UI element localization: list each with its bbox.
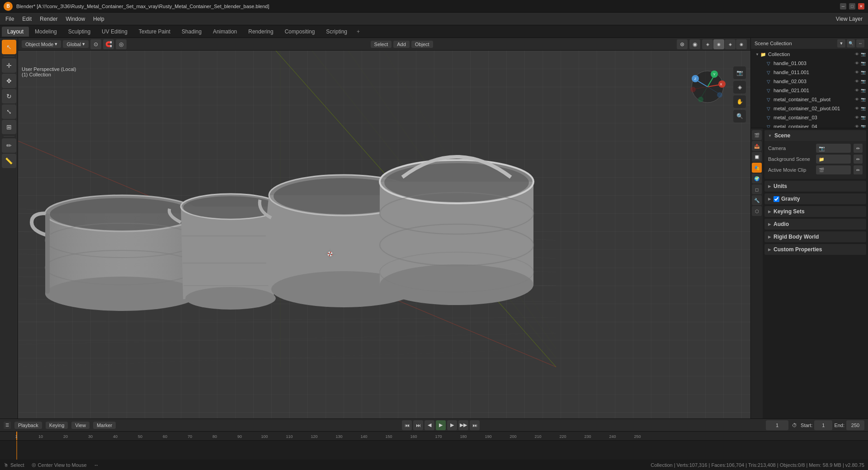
end-frame[interactable]: 250 — [846, 420, 864, 430]
timeline-keying-btn[interactable]: Keying — [46, 422, 68, 429]
collection-render-vis[interactable]: 📷 — [860, 51, 866, 57]
props-tab-world[interactable]: 🌍 — [752, 174, 762, 183]
tab-modeling[interactable]: Modeling — [29, 27, 62, 37]
menu-edit[interactable]: Edit — [19, 14, 35, 24]
tool-move[interactable]: ✥ — [2, 74, 16, 88]
play-jump-start[interactable]: ⏮ — [402, 420, 412, 430]
minimize-button[interactable]: ─ — [840, 3, 846, 9]
mc01-vis[interactable]: 👁 — [854, 96, 860, 103]
tool-annotate[interactable]: ✏ — [2, 138, 16, 153]
outliner-handle-02-003[interactable]: ▽ handle_02.003 👁 📷 — [751, 77, 868, 86]
props-tab-object[interactable]: ◻ — [752, 184, 762, 194]
section-units-header[interactable]: ▶ Units — [764, 181, 866, 192]
tab-compositing[interactable]: Compositing — [279, 27, 321, 37]
section-scene-header[interactable]: ▼ Scene — [764, 130, 866, 141]
menu-file[interactable]: File — [2, 14, 18, 24]
mc03-render[interactable]: 📷 — [860, 114, 866, 121]
outliner-handle-01-003[interactable]: ▽ handle_01.003 👁 📷 — [751, 59, 868, 68]
bg-scene-browse[interactable]: ✏ — [854, 155, 863, 164]
outliner-metal-container-04[interactable]: ▽ metal_container_04 👁 📷 — [751, 122, 868, 128]
viewport-snap-btn[interactable]: 🧲 — [103, 39, 114, 49]
props-tab-mesh[interactable]: ⬡ — [752, 206, 762, 216]
tab-scripting[interactable]: Scripting — [321, 27, 353, 37]
mc02-vis[interactable]: 👁 — [854, 105, 860, 112]
section-rigid-body-world-header[interactable]: ▶ Rigid Body World — [764, 231, 866, 242]
section-audio-header[interactable]: ▶ Audio — [764, 219, 866, 230]
section-custom-properties-header[interactable]: ▶ Custom Properties — [764, 244, 866, 255]
outliner-collection[interactable]: ▼ 📁 Collection 👁 📷 — [751, 50, 868, 59]
camera-value[interactable]: 📷 — [816, 144, 851, 153]
viewport-hand-btn[interactable]: ✋ — [733, 95, 746, 108]
tab-uv-editing[interactable]: UV Editing — [96, 27, 133, 37]
viewport-overlay-btn[interactable]: ⊛ — [677, 39, 688, 49]
props-tab-modifier[interactable]: 🔧 — [752, 195, 762, 205]
outliner-sync-btn[interactable]: ↔ — [856, 39, 864, 47]
props-tab-scene[interactable]: 🎭 — [752, 163, 762, 173]
viewport[interactable]: Object Mode ▾ Global ▾ ⊙ 🧲 ◎ Select Add … — [18, 38, 750, 418]
tool-transform[interactable]: ⊞ — [2, 120, 16, 134]
props-tab-render[interactable]: 🎬 — [752, 130, 762, 140]
play-prev-keyframe[interactable]: ⏭ — [413, 420, 423, 430]
play-prev-frame[interactable]: ◀ — [425, 420, 434, 430]
viewport-select-btn[interactable]: Select — [371, 41, 392, 48]
timeline-ruler[interactable]: 1 10 20 30 40 50 60 70 80 90 100 110 120… — [0, 432, 868, 441]
outliner-metal-container-01-pivot[interactable]: ▽ metal_container_01_pivot 👁 📷 — [751, 95, 868, 104]
close-button[interactable]: ✕ — [858, 3, 864, 9]
tool-scale[interactable]: ⤡ — [2, 104, 16, 119]
movie-clip-browse[interactable]: ✏ — [854, 165, 863, 174]
viewport-camera-btn[interactable]: 📷 — [733, 66, 746, 79]
handle-011-001-render[interactable]: 📷 — [860, 69, 866, 75]
handle-021-001-vis[interactable]: 👁 — [854, 87, 860, 94]
camera-browse[interactable]: ✏ — [854, 144, 863, 153]
mc02-render[interactable]: 📷 — [860, 105, 866, 112]
add-workspace-button[interactable]: + — [353, 27, 363, 37]
handle-021-001-render[interactable]: 📷 — [860, 87, 866, 94]
gravity-checkbox[interactable] — [774, 196, 779, 202]
play-next-keyframe[interactable]: ▶▶ — [458, 420, 468, 430]
viewport-canvas[interactable]: User Perspective (Local) (1) Collection … — [18, 51, 750, 418]
timeline-view-btn[interactable]: View — [71, 422, 90, 429]
start-frame[interactable]: 1 — [814, 420, 832, 430]
maximize-button[interactable]: □ — [849, 3, 855, 9]
tool-rotate[interactable]: ↻ — [2, 89, 16, 103]
viewport-object-btn[interactable]: Object — [411, 41, 433, 48]
viewport-material-btn[interactable]: ◈ — [733, 81, 746, 94]
menu-window[interactable]: Window — [62, 14, 89, 24]
tab-rendering[interactable]: Rendering — [243, 27, 278, 37]
tool-select[interactable]: ↖ — [2, 40, 16, 54]
menu-help[interactable]: Help — [90, 14, 108, 24]
props-tab-output[interactable]: 📤 — [752, 141, 762, 151]
collection-vis[interactable]: 👁 — [854, 51, 860, 57]
viewport-search-btn[interactable]: 🔍 — [733, 110, 746, 122]
viewport-add-btn[interactable]: Add — [393, 41, 410, 48]
timeline-marker-btn[interactable]: Marker — [93, 422, 116, 429]
mc04-vis[interactable]: 👁 — [854, 123, 860, 128]
tab-animation[interactable]: Animation — [208, 27, 242, 37]
mc01-render[interactable]: 📷 — [860, 96, 866, 103]
bg-scene-value[interactable]: 📁 — [816, 155, 851, 164]
outliner-handle-021-001[interactable]: ▽ handle_021.001 👁 📷 — [751, 86, 868, 95]
tab-texture-paint[interactable]: Texture Paint — [133, 27, 176, 37]
current-frame-display[interactable]: 1 — [766, 420, 788, 430]
timeline-menu-btn[interactable]: ☰ — [4, 422, 11, 429]
tab-layout[interactable]: Layout — [2, 27, 29, 37]
handle-02-003-render[interactable]: 📷 — [860, 78, 866, 85]
timeline-tracks[interactable] — [0, 441, 868, 459]
viewport-pivot-btn[interactable]: ⊙ — [90, 39, 101, 49]
outliner-filter-btn[interactable]: ▼ — [837, 39, 845, 47]
outliner-metal-container-02-pivot-001[interactable]: ▽ metal_container_02_pivot.001 👁 📷 — [751, 104, 868, 113]
timeline-playback-btn[interactable]: Playback — [14, 422, 42, 429]
movie-clip-value[interactable]: 🎬 — [816, 165, 851, 174]
viewport-gizmo[interactable]: X Y Z — [689, 69, 726, 105]
play-play-btn[interactable]: ▶ — [436, 420, 446, 430]
play-next-frame[interactable]: ▶ — [447, 420, 457, 430]
props-tab-viewlayer[interactable]: 🔲 — [752, 152, 762, 162]
shading-wire-btn[interactable]: ◈ — [702, 39, 713, 49]
outliner-metal-container-03[interactable]: ▽ metal_container_03 👁 📷 — [751, 113, 868, 122]
shading-solid-btn[interactable]: ◉ — [713, 39, 724, 49]
shading-material-btn[interactable]: ◈ — [725, 39, 736, 49]
viewport-gizmo-btn[interactable]: ◉ — [689, 39, 700, 49]
handle-011-001-vis[interactable]: 👁 — [854, 69, 860, 75]
viewport-proportional-btn[interactable]: ◎ — [116, 39, 127, 49]
tool-measure[interactable]: 📏 — [2, 154, 16, 168]
